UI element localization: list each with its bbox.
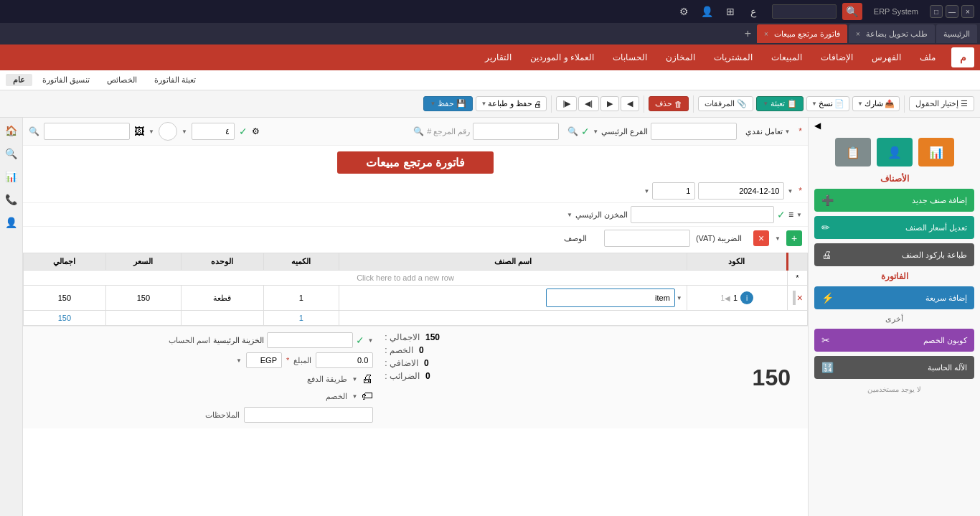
grid-icon[interactable]: ⊞ (720, 3, 740, 20)
sidebar-toggle[interactable]: ◀ (809, 118, 980, 133)
nav-item-additions[interactable]: الإضافات (812, 50, 862, 65)
currency-input[interactable] (246, 352, 282, 368)
right-search-icon[interactable]: 🔍 (1, 144, 22, 164)
vat-input[interactable] (604, 230, 690, 247)
tab-sales-return[interactable]: فاتورة مرتجع مبيعات × (757, 24, 847, 43)
settings-icon[interactable]: ⚙ (674, 3, 694, 20)
tab-sales-return-close[interactable]: × (764, 30, 768, 38)
sidebar-table-btn[interactable]: 📋 (835, 138, 871, 166)
nav-item-warehouses[interactable]: المخازن (657, 50, 704, 65)
delete-btn[interactable]: 🗑 حذف (649, 96, 689, 111)
nav-first[interactable]: |◀ (578, 96, 599, 111)
method-arrow[interactable]: ▼ (352, 376, 357, 383)
config-icon[interactable]: ⚙ (252, 126, 260, 136)
top-arrow2[interactable]: ▼ (149, 128, 154, 135)
vat-arrow[interactable]: ▼ (775, 235, 781, 242)
subnav-fill-invoice[interactable]: تعبئة الفاتورة (147, 74, 203, 86)
subnav-format[interactable]: تنسيق الفاتورة (35, 74, 97, 86)
top-circle-input[interactable] (159, 122, 177, 141)
nav-item-sales[interactable]: المبيعات (763, 50, 811, 65)
row-info-btn[interactable]: i (740, 291, 753, 304)
calculator-btn[interactable]: الآله الحاسبة 🔢 (814, 356, 974, 379)
coupon-btn[interactable]: كوبون الخصم ✂ (814, 329, 974, 352)
account-input[interactable] (267, 332, 353, 348)
row-price-cell[interactable]: 150 (105, 286, 181, 311)
tab-add-btn[interactable]: + (740, 27, 755, 40)
right-home-icon[interactable]: 🏠 (1, 121, 22, 141)
ref-search-icon[interactable]: 🔍 (413, 126, 424, 136)
vat-add-btn[interactable]: + (786, 230, 802, 246)
minimize-btn[interactable]: — (946, 5, 958, 18)
nav-item-index[interactable]: الفهرس (863, 50, 910, 65)
branch-input[interactable] (651, 123, 737, 140)
maximize-btn[interactable]: □ (930, 5, 943, 18)
add-item-btn[interactable]: إضافة صنف جديد ➕ (814, 189, 974, 212)
row-prev-btn[interactable]: ◀1 (721, 294, 731, 302)
item-name-input[interactable] (546, 289, 675, 307)
share-dropdown[interactable]: 📤 شارك ▼ (852, 96, 900, 111)
attachments-btn[interactable]: 📎 المرفقات (698, 96, 753, 111)
sidebar-user-btn[interactable]: 👤 (877, 138, 913, 166)
top-image-icon[interactable]: 🖼 (134, 126, 144, 137)
number-arrow[interactable]: ▼ (644, 188, 649, 194)
nav-item-reports[interactable]: التقارير (476, 50, 520, 65)
row-delete-btn[interactable]: × (797, 292, 803, 304)
right-user-icon[interactable]: 👤 (1, 212, 22, 233)
top-search-input[interactable] (44, 123, 130, 140)
account-arrow[interactable]: ▼ (367, 337, 373, 344)
fields-select-btn[interactable]: ☰ إختيار الحقول (909, 96, 974, 111)
warehouse-input[interactable] (631, 206, 774, 223)
vat-cancel-btn[interactable]: × (753, 230, 769, 246)
row-quantity-cell[interactable]: 1 (263, 286, 339, 311)
branch-arrow[interactable]: ▼ (593, 128, 598, 135)
title-search-input[interactable] (772, 4, 837, 19)
print-barcode-icon: 🖨 (821, 249, 831, 261)
nav-item-purchases[interactable]: المشتريات (705, 50, 761, 65)
nav-item-accounts[interactable]: الحسابات (604, 50, 656, 65)
warehouse-arrow[interactable]: ▼ (796, 212, 802, 218)
date-arrow[interactable]: ▼ (787, 188, 793, 194)
add-row-text[interactable]: Click here to add a new row (24, 271, 788, 286)
right-chart-icon[interactable]: 📊 (1, 166, 22, 187)
nav-next[interactable]: ▶ (600, 96, 619, 111)
notification-icon[interactable]: ع (743, 3, 763, 20)
subnav-properties[interactable]: الخصائص (100, 74, 144, 86)
print-barcode-btn[interactable]: طباعة باركود الصنف 🖨 (814, 243, 974, 266)
save-print-dropdown[interactable]: 🖨 حفظ و طباعة ▼ (476, 96, 547, 111)
tab-transfer-close[interactable]: × (856, 30, 860, 38)
close-btn[interactable]: × (961, 5, 974, 18)
tab-home[interactable]: الرئيسية (936, 24, 977, 43)
date-input[interactable] (698, 182, 784, 200)
amount-input[interactable] (316, 352, 373, 368)
warehouse-dropdown-arrow[interactable]: ▼ (567, 212, 573, 218)
quick-add-btn[interactable]: إضافة سريعة ⚡ (814, 286, 974, 309)
subnav-general[interactable]: عام (6, 74, 32, 86)
nav-last[interactable]: ▶| (556, 96, 577, 111)
tab-transfer[interactable]: طلب تحويل بضاعة × (849, 24, 935, 43)
notes-input[interactable] (244, 407, 373, 423)
top-search-icon[interactable]: 🔍 (29, 126, 39, 136)
deal-arrow[interactable]: ▼ (784, 128, 790, 135)
copy-dropdown[interactable]: 📄 نسخ ▼ (806, 96, 849, 111)
row-item-cell[interactable]: ▼ (339, 286, 687, 311)
ref-input[interactable] (473, 123, 559, 140)
number-input[interactable] (652, 182, 695, 200)
add-row[interactable]: * Click here to add a new row (24, 271, 808, 286)
nav-item-clients[interactable]: العملاء و الموردين (522, 50, 603, 65)
fill-btn[interactable]: 📋 تعبئة ▼ (756, 96, 804, 111)
item-dropdown-arrow[interactable]: ▼ (677, 295, 682, 301)
currency-arrow[interactable]: ▼ (236, 357, 242, 364)
window-controls[interactable]: × — □ (930, 5, 974, 18)
top-arrow[interactable]: ▼ (182, 128, 187, 135)
edit-prices-btn[interactable]: تعديل أسعار الصنف ✏ (814, 216, 974, 239)
nav-prev[interactable]: ◀ (621, 96, 639, 111)
search-icon[interactable]: 🔍 (842, 3, 862, 20)
user-icon[interactable]: 👤 (697, 3, 717, 20)
right-phone-icon[interactable]: 📞 (1, 189, 22, 210)
top-number-input[interactable] (192, 123, 235, 140)
save-btn[interactable]: 💾 حفظ ▼ (423, 96, 473, 111)
nav-item-file[interactable]: ملف (911, 50, 944, 65)
sidebar-chart-btn[interactable]: 📊 (918, 138, 954, 166)
discount-payment-arrow[interactable]: ▼ (352, 393, 357, 400)
branch-search-icon[interactable]: 🔍 (567, 126, 578, 136)
